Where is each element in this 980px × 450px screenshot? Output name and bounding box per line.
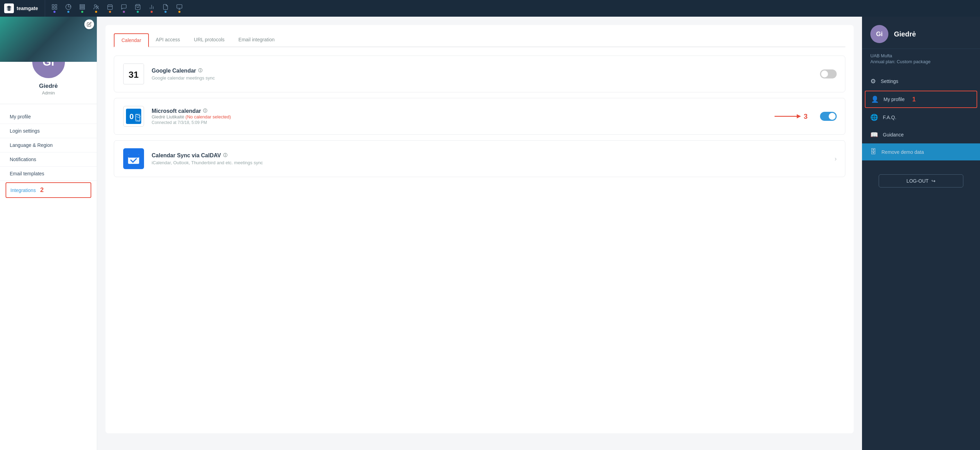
sidebar-nav: My profile Login settings Language & Reg…: [0, 104, 97, 203]
caldav-calendar-info: Calendar Sync via CalDAV ⓘ iCalendar, Ou…: [152, 152, 828, 165]
caldav-calendar-title: Calendar Sync via CalDAV ⓘ: [152, 152, 828, 159]
svg-point-8: [94, 5, 97, 6]
microsoft-calendar-connected: Connected at 7/3/18, 5:09 PM: [152, 120, 766, 125]
microsoft-calendar-toggle[interactable]: [820, 112, 837, 121]
logout-icon: ↪: [931, 178, 935, 184]
svg-rect-6: [80, 6, 85, 8]
panel-nav-my-profile[interactable]: 👤 My profile 1: [865, 91, 977, 108]
google-cal-day: 31: [128, 69, 140, 80]
svg-rect-3: [55, 8, 57, 10]
svg-text:0: 0: [129, 112, 134, 121]
panel-nav-guidance-label: Guidance: [883, 132, 904, 137]
svg-rect-28: [130, 153, 132, 156]
book-icon: 📖: [870, 131, 878, 139]
chevron-right-icon: ›: [835, 155, 837, 163]
panel-nav-faq-label: F.A.Q.: [883, 115, 896, 120]
nav-icon-grid[interactable]: [48, 2, 61, 14]
sidebar-item-notifications[interactable]: Notifications: [0, 152, 97, 167]
microsoft-calendar-toggle-wrap: [820, 112, 837, 121]
panel-nav-my-profile-label: My profile: [883, 97, 905, 102]
logo[interactable]: teamgate: [0, 0, 45, 17]
integrations-badge: 2: [40, 187, 44, 193]
main-layout: Gi Giedrė Admin My profile Login setting…: [0, 17, 980, 450]
tabs-bar: Calendar API access URL protocols Email …: [114, 34, 845, 47]
logout-button[interactable]: LOG-OUT ↪: [879, 174, 963, 188]
microsoft-calendar-info-icon[interactable]: ⓘ: [203, 108, 207, 114]
google-calendar-toggle[interactable]: [820, 69, 837, 78]
caldav-calendar-chevron[interactable]: ›: [835, 155, 837, 163]
panel-logout-wrap: LOG-OUT ↪: [862, 163, 980, 199]
google-calendar-info: Google Calendar ⓘ Google calendar meetin…: [152, 68, 813, 81]
sidebar: Gi Giedrė Admin My profile Login setting…: [0, 17, 97, 450]
right-panel: Gi Giedrė UAB Mufta Annual plan: Custom …: [862, 17, 980, 450]
sidebar-item-my-profile[interactable]: My profile: [0, 110, 97, 124]
panel-nav-settings[interactable]: ⚙ Settings: [862, 73, 980, 90]
svg-point-9: [97, 6, 99, 8]
google-calendar-subtitle: Google calendar meetings sync: [152, 75, 813, 81]
edit-profile-button[interactable]: [84, 19, 94, 29]
topbar: teamgate: [0, 0, 980, 17]
svg-rect-27: [128, 154, 139, 158]
panel-nav-faq[interactable]: 🌐 F.A.Q.: [862, 109, 980, 126]
google-calendar-toggle-wrap: [820, 69, 837, 78]
sidebar-user-role: Admin: [42, 90, 55, 96]
google-calendar-icon: 31: [123, 63, 145, 85]
sidebar-username: Giedrė: [39, 83, 58, 89]
content-area: Calendar API access URL protocols Email …: [105, 25, 854, 433]
panel-plan: Annual plan: Custom package: [862, 59, 980, 70]
integrations-label: Integrations: [10, 188, 36, 193]
google-calendar-title: Google Calendar ⓘ: [152, 68, 813, 74]
nav-icon-people[interactable]: [89, 2, 103, 14]
my-profile-badge: 1: [912, 96, 916, 103]
panel-header: Gi Giedrė: [862, 17, 980, 49]
person-icon: 👤: [871, 96, 879, 103]
gear-icon: ⚙: [870, 77, 876, 85]
database-icon: 🗄: [870, 148, 877, 156]
nav-icon-chart[interactable]: [62, 2, 75, 14]
topbar-icons: [45, 2, 980, 14]
svg-rect-2: [52, 8, 54, 10]
red-arrow: [773, 112, 801, 120]
tab-calendar[interactable]: Calendar: [114, 34, 149, 47]
microsoft-calendar-user: Giedrė Liutikaitė (No calendar selected): [152, 114, 766, 120]
caldav-calendar-info-icon[interactable]: ⓘ: [223, 152, 227, 158]
sidebar-item-email-templates[interactable]: Email templates: [0, 167, 97, 181]
svg-rect-0: [52, 5, 54, 6]
nav-icon-mail[interactable]: [117, 2, 130, 14]
profile-banner: [0, 17, 97, 62]
caldav-calendar-subtitle: iCalendar, Outlook, Thunderbird and etc.…: [152, 160, 828, 165]
nav-icon-calendar[interactable]: [103, 2, 116, 14]
microsoft-calendar-icon: 0: [123, 105, 145, 128]
nav-icon-stats[interactable]: [145, 2, 158, 14]
panel-nav-guidance[interactable]: 📖 Guidance: [862, 126, 980, 144]
microsoft-calendar-title: Microsoft calendar ⓘ: [152, 108, 766, 114]
panel-nav: ⚙ Settings 👤 My profile 1 🌐 F.A.Q. 📖 Gui…: [862, 70, 980, 163]
nav-icon-report[interactable]: [173, 2, 186, 14]
microsoft-calendar-no-cal[interactable]: (No calendar selected): [186, 114, 231, 120]
nav-icon-doc[interactable]: [159, 2, 172, 14]
svg-rect-10: [108, 5, 113, 10]
svg-marker-25: [797, 114, 801, 118]
svg-rect-5: [80, 5, 85, 6]
globe-icon: 🌐: [870, 113, 878, 121]
panel-username: Giedrė: [894, 30, 916, 38]
panel-nav-remove-demo-label: Remove demo data: [881, 149, 924, 155]
tab-api-access[interactable]: API access: [149, 34, 187, 47]
google-calendar-info-icon[interactable]: ⓘ: [198, 68, 202, 73]
svg-rect-1: [55, 5, 57, 6]
sidebar-item-integrations[interactable]: Integrations 2: [6, 182, 91, 198]
sidebar-item-language-region[interactable]: Language & Region: [0, 138, 97, 152]
logout-label: LOG-OUT: [907, 178, 929, 184]
panel-nav-settings-label: Settings: [881, 78, 899, 84]
google-calendar-card: 31 Google Calendar ⓘ Google calendar mee…: [114, 56, 845, 93]
panel-company: UAB Mufta: [862, 53, 980, 58]
tab-url-protocols[interactable]: URL protocols: [187, 34, 231, 47]
nav-icon-bag[interactable]: [131, 2, 144, 14]
sidebar-item-login-settings[interactable]: Login settings: [0, 124, 97, 138]
panel-nav-remove-demo[interactable]: 🗄 Remove demo data: [862, 144, 980, 160]
tab-email-integration[interactable]: Email integration: [231, 34, 282, 47]
badge-3: 3: [804, 113, 808, 120]
svg-rect-18: [177, 5, 182, 8]
svg-rect-29: [136, 153, 137, 156]
nav-icon-list[interactable]: [76, 2, 89, 14]
